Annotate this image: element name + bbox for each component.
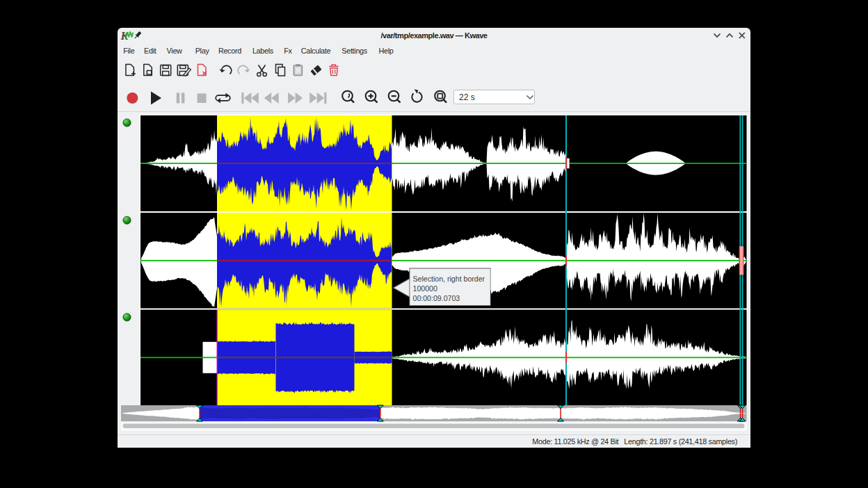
svg-text:Selection, right border: Selection, right border	[413, 275, 485, 283]
svg-text:100000: 100000	[413, 284, 437, 293]
svg-text:00:00:09.0703: 00:00:09.0703	[413, 294, 460, 302]
